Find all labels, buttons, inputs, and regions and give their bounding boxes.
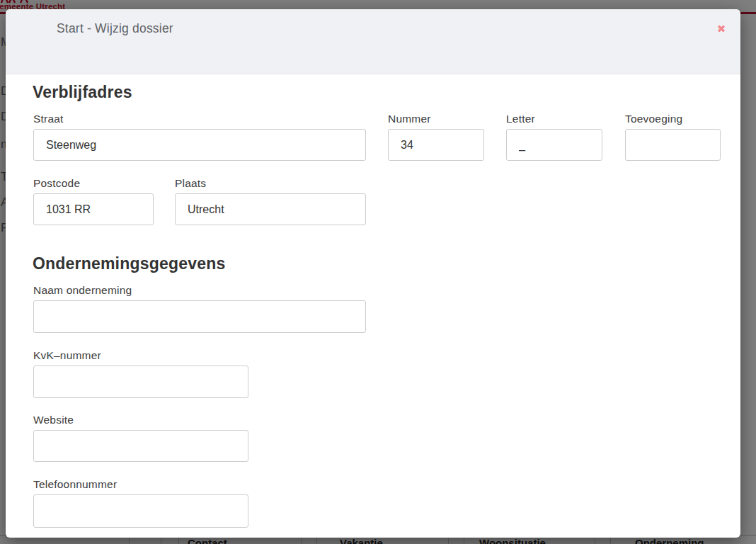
close-icon[interactable]: ✖ <box>713 21 730 38</box>
telefoonnummer-input[interactable] <box>33 494 248 528</box>
nummer-label: Nummer <box>388 113 431 125</box>
dialog-body: Verblijfadres Straat Nummer Letter Toevo… <box>6 75 740 538</box>
naam-onderneming-label: Naam onderneming <box>33 284 132 297</box>
naam-onderneming-input[interactable] <box>33 300 366 333</box>
section-heading-verblijfadres: Verblijfadres <box>33 83 132 102</box>
letter-label: Letter <box>506 113 535 125</box>
postcode-input[interactable] <box>33 193 154 225</box>
kvk-nummer-input[interactable] <box>33 366 248 398</box>
website-label: Website <box>33 414 74 426</box>
toevoeging-input[interactable] <box>625 129 721 161</box>
section-heading-ondernemingsgegevens: Ondernemingsgegevens <box>33 254 225 273</box>
straat-label: Straat <box>33 113 64 125</box>
toevoeging-label: Toevoeging <box>625 113 682 125</box>
straat-input[interactable] <box>33 129 366 161</box>
dialog-title: Start - Wijzig dossier <box>57 21 173 36</box>
nummer-input[interactable] <box>388 129 484 161</box>
dialog-header: Start - Wijzig dossier ✖ <box>6 9 740 74</box>
wijzig-dossier-dialog: Start - Wijzig dossier ✖ Verblijfadres S… <box>6 9 740 538</box>
letter-input[interactable] <box>506 129 602 161</box>
telefoonnummer-label: Telefoonnummer <box>33 478 117 491</box>
postcode-label: Postcode <box>33 177 80 190</box>
plaats-label: Plaats <box>175 177 206 190</box>
plaats-input[interactable] <box>175 193 366 225</box>
kvk-nummer-label: KvK–nummer <box>33 349 101 362</box>
website-input[interactable] <box>33 430 248 462</box>
